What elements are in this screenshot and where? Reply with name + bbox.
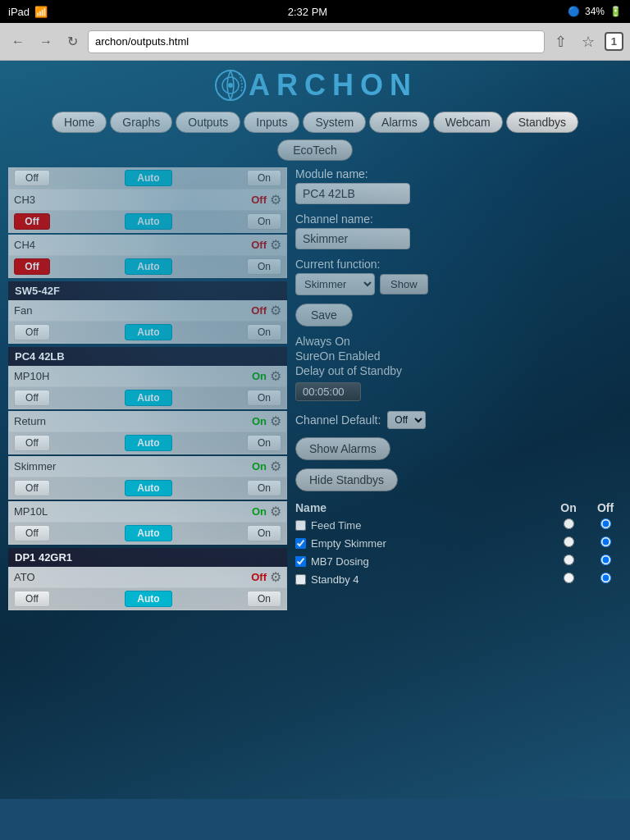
logo-text: ARCHON (249, 68, 418, 103)
ch4-on-btn[interactable]: On (247, 258, 281, 275)
fan-status: Off (251, 304, 267, 317)
ch3-status: Off (251, 194, 267, 206)
nav-home[interactable]: Home (52, 112, 107, 133)
forward-button[interactable]: → (34, 31, 57, 52)
ch3-name-row: CH3 Off ⚙ (8, 189, 287, 211)
fan-label: Fan (14, 304, 248, 317)
ch3-off-btn[interactable]: Off (14, 213, 50, 230)
standby-row-feedtime: Feed Time (295, 516, 622, 534)
ch3-on-btn[interactable]: On (247, 213, 281, 230)
mb7dosing-radio-on[interactable] (564, 555, 574, 565)
channel-name-input[interactable] (295, 228, 410, 249)
fan-ctrl-row: Off Auto On (8, 322, 287, 344)
ch4-off-btn[interactable]: Off (14, 258, 50, 275)
return-off-btn[interactable]: Off (14, 435, 50, 451)
ch4-status: Off (251, 239, 267, 251)
mb7dosing-radio-on-wrap (548, 555, 589, 568)
section-dp1: DP1 42GR1 (8, 548, 287, 567)
nav-standbys[interactable]: Standbys (506, 112, 578, 133)
standby4-radio-off[interactable] (600, 573, 611, 583)
skimmer-auto-btn[interactable]: Auto (125, 480, 171, 496)
battery-icon: 🔋 (609, 6, 622, 17)
nav-alarms[interactable]: Alarms (369, 112, 430, 133)
reload-button[interactable]: ↻ (62, 30, 83, 52)
ato-name-row: ATO Off ⚙ (8, 567, 287, 588)
return-auto-btn[interactable]: Auto (125, 435, 171, 451)
hide-standbys-button[interactable]: Hide Standbys (295, 468, 398, 491)
standby-row-standby4: Standby 4 (295, 570, 622, 588)
function-select[interactable]: Skimmer Always On Feed Time Return (295, 273, 375, 295)
nav-graphs[interactable]: Graphs (110, 112, 172, 133)
top-on-btn[interactable]: On (247, 170, 281, 186)
url-input[interactable] (88, 30, 545, 53)
mp10h-status: On (252, 370, 267, 382)
fan-gear-icon[interactable]: ⚙ (270, 303, 281, 318)
mb7dosing-radio-off[interactable] (600, 555, 611, 565)
default-select[interactable]: Off On (387, 411, 426, 429)
standbys-table: Name On Off Feed Time (295, 500, 622, 588)
current-function-group: Current function: Skimmer Always On Feed… (295, 258, 622, 295)
feedtime-radio-off[interactable] (600, 518, 611, 529)
fan-off-btn[interactable]: Off (14, 324, 50, 340)
nav-outputs[interactable]: Outputs (176, 112, 240, 133)
section-sw5: SW5-42F (8, 281, 287, 300)
nav-inputs[interactable]: Inputs (244, 112, 299, 133)
share-button[interactable]: ⇧ (550, 30, 572, 54)
mp10l-on-btn[interactable]: On (247, 525, 281, 541)
ato-on-btn[interactable]: On (247, 591, 281, 607)
ch3-gear-icon[interactable]: ⚙ (270, 192, 281, 208)
skimmer-off-btn[interactable]: Off (14, 480, 50, 496)
ch3-auto-btn[interactable]: Auto (125, 213, 171, 230)
return-gear-icon[interactable]: ⚙ (270, 413, 281, 429)
delay-standby-text: Delay out of Standby (295, 364, 622, 377)
mb7dosing-radio-off-wrap (589, 555, 622, 568)
show-function-button[interactable]: Show (380, 274, 428, 294)
return-on-btn[interactable]: On (247, 435, 281, 451)
standby4-radio-on[interactable] (564, 573, 574, 583)
top-auto-btn[interactable]: Auto (125, 170, 171, 186)
ato-gear-icon[interactable]: ⚙ (270, 569, 281, 585)
bookmark-button[interactable]: ☆ (577, 30, 600, 54)
mp10h-on-btn[interactable]: On (247, 390, 281, 406)
feedtime-radio-on[interactable] (564, 518, 574, 529)
emptyskimmer-radio-on[interactable] (564, 536, 574, 547)
delay-time-input[interactable] (295, 382, 361, 401)
return-name-row: Return On ⚙ (8, 411, 287, 432)
ch4-auto-btn[interactable]: Auto (125, 258, 171, 275)
feedtime-checkbox[interactable] (295, 520, 306, 531)
mp10l-gear-icon[interactable]: ⚙ (270, 504, 281, 519)
standby4-checkbox[interactable] (295, 574, 306, 585)
module-name-label: Module name: (295, 167, 622, 180)
ch4-gear-icon[interactable]: ⚙ (270, 237, 281, 253)
show-alarms-button[interactable]: Show Alarms (295, 437, 390, 460)
feedtime-radio-off-wrap (589, 518, 622, 532)
fan-auto-btn[interactable]: Auto (125, 324, 171, 340)
mp10l-auto-btn[interactable]: Auto (125, 525, 171, 541)
emptyskimmer-checkbox[interactable] (295, 538, 306, 549)
skimmer-gear-icon[interactable]: ⚙ (270, 459, 281, 474)
mp10h-auto-btn[interactable]: Auto (125, 390, 171, 406)
emptyskimmer-radio-off[interactable] (600, 536, 611, 547)
save-button[interactable]: Save (295, 304, 353, 326)
module-name-input[interactable] (295, 183, 410, 204)
mp10h-off-btn[interactable]: Off (14, 390, 50, 406)
ato-off-btn[interactable]: Off (14, 591, 50, 607)
mp10l-off-btn[interactable]: Off (14, 525, 50, 541)
top-off-btn[interactable]: Off (14, 170, 50, 186)
back-button[interactable]: ← (7, 31, 30, 52)
status-left: iPad 📶 (8, 6, 48, 18)
skimmer-on-btn[interactable]: On (247, 480, 281, 496)
nav-webcam[interactable]: Webcam (433, 112, 503, 133)
tab-count[interactable]: 1 (605, 32, 623, 51)
nav-ecotech[interactable]: EcoTech (277, 139, 353, 161)
ato-auto-btn[interactable]: Auto (125, 591, 171, 607)
standbys-on-col-header: On (548, 501, 589, 514)
mb7dosing-checkbox[interactable] (295, 556, 306, 567)
mp10h-gear-icon[interactable]: ⚙ (270, 368, 281, 384)
channels-panel: Off Auto On CH3 Off ⚙ Off Auto On (8, 167, 287, 612)
fan-on-btn[interactable]: On (247, 324, 281, 340)
channel-mp10l-block: MP10L On ⚙ Off Auto On (8, 501, 287, 545)
bluetooth-icon: 🔵 (568, 6, 580, 17)
nav-system[interactable]: System (303, 112, 366, 133)
nav-bar: Home Graphs Outputs Inputs System Alarms… (0, 107, 630, 138)
